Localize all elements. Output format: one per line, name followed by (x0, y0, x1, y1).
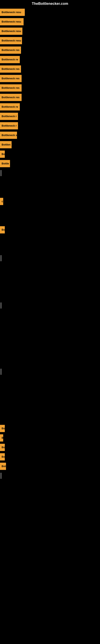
vertical-marker (1, 302, 1, 308)
bar-row (0, 301, 100, 310)
bar-label: Bottleneck res (0, 94, 22, 101)
bar-row (0, 405, 100, 414)
bar-label: Bottleneck res (0, 46, 21, 54)
bar-row (0, 187, 100, 196)
bar-row: Bottleneck re (0, 55, 100, 64)
bar-row (0, 471, 100, 480)
bar-label: Bo (0, 150, 5, 158)
bar-row (0, 253, 100, 263)
bar-row: c (0, 196, 100, 206)
bar-row (0, 310, 100, 320)
bar-row (0, 178, 100, 187)
bar-row: Bottle (0, 159, 100, 168)
bar-label: Bottleneck resu (0, 28, 22, 35)
bar-row (0, 282, 100, 291)
chart-area: TheBottlenecker.com Bottleneck resuBottl… (0, 0, 100, 480)
bar-label: Bottleneck re (0, 103, 20, 110)
bar-label: Bo (0, 444, 5, 451)
bar-row: Bot (0, 462, 100, 471)
bar-row (0, 320, 100, 329)
bar-label: Bottle (0, 160, 10, 167)
bar-label: Bottleneck r (0, 113, 18, 120)
bar-row: Bottleneck res (0, 45, 100, 55)
bar-label: c (0, 198, 3, 205)
bar-label: Bo (0, 226, 5, 234)
vertical-marker (1, 255, 1, 261)
bar-row (0, 244, 100, 253)
bar-row (0, 358, 100, 367)
bars-container: Bottleneck resuBottleneck resuBottleneck… (0, 8, 100, 480)
bar-row (0, 414, 100, 424)
bar-row: Bottleneck resu (0, 17, 100, 26)
bar-row: Bo (0, 225, 100, 234)
bar-row: Bottleneck res (0, 74, 100, 83)
bar-label: Bottleneck r (0, 122, 18, 130)
bar-label: Bottleneck resu (0, 9, 25, 16)
bar-row (0, 216, 100, 225)
bar-row (0, 329, 100, 338)
bar-label: Bottleneck res (0, 66, 21, 73)
bar-row: Bo (0, 424, 100, 433)
bar-label: Bot (0, 463, 6, 470)
bar-row: Bottleneck resu (0, 36, 100, 45)
bar-row: Bottleneck s (0, 130, 100, 140)
bar-label: Bottleneck resu (0, 18, 24, 25)
bar-label: Bo (0, 425, 5, 432)
bar-row: Bottleneck res (0, 92, 100, 102)
bar-row (0, 348, 100, 358)
bar-row: Bottlen (0, 140, 100, 149)
bar-row: Bottleneck r (0, 112, 100, 121)
bar-label: Bottleneck res (0, 84, 22, 92)
vertical-marker (1, 170, 1, 176)
site-title: TheBottlenecker.com (0, 0, 100, 8)
bar-row: Bo (0, 452, 100, 462)
bar-label: Bottlen (0, 141, 12, 148)
bar-label: Bottleneck re (0, 56, 20, 63)
bar-label: Bo (0, 453, 5, 460)
bar-row: Bottleneck resu (0, 26, 100, 36)
bar-row: Bo (0, 149, 100, 159)
bar-row (0, 395, 100, 405)
vertical-marker (1, 369, 1, 375)
bar-row (0, 386, 100, 395)
bar-row: Bottleneck res (0, 64, 100, 74)
bar-row (0, 168, 100, 178)
bar-row (0, 367, 100, 376)
bar-row: Bottleneck re (0, 102, 100, 112)
bar-label: Bottleneck res (0, 75, 22, 82)
bar-row: Bottleneck res (0, 83, 100, 92)
bar-label: Bottleneck resu (0, 37, 22, 44)
bar-row: Bottleneck resu (0, 8, 100, 17)
vertical-marker (1, 473, 1, 479)
bar-row (0, 291, 100, 301)
bar-row: Bo (0, 442, 100, 452)
bar-row: B (0, 433, 100, 442)
bar-label: B (0, 434, 3, 442)
bar-row (0, 263, 100, 272)
bar-row (0, 234, 100, 244)
bar-row (0, 376, 100, 386)
bar-row (0, 206, 100, 216)
bar-row: Bottleneck r (0, 121, 100, 130)
bar-row (0, 272, 100, 282)
bar-label: Bottleneck s (0, 132, 17, 139)
bar-row (0, 338, 100, 348)
